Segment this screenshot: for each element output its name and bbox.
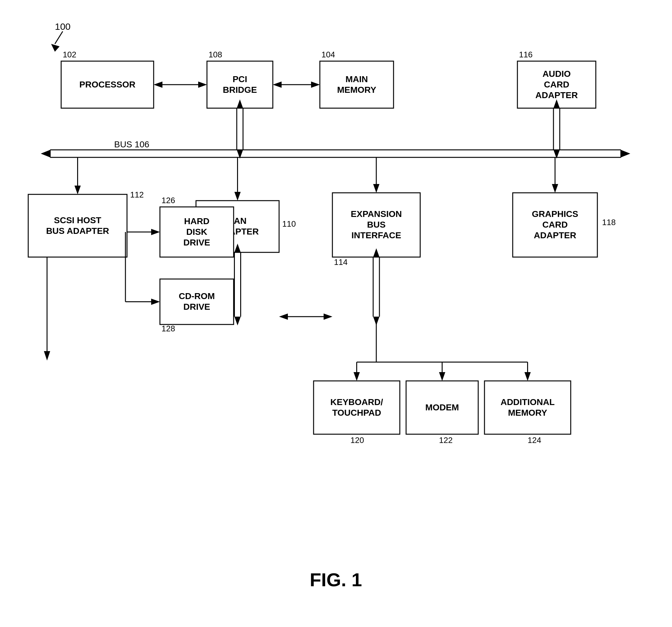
svg-text:BUS 106: BUS 106 <box>114 140 149 149</box>
svg-text:KEYBOARD/: KEYBOARD/ <box>330 397 383 407</box>
svg-marker-21 <box>154 81 163 88</box>
svg-text:100: 100 <box>55 21 71 32</box>
svg-marker-80 <box>151 299 160 305</box>
svg-marker-107 <box>354 372 360 381</box>
svg-marker-77 <box>151 229 160 235</box>
svg-text:ADAPTER: ADAPTER <box>535 90 578 100</box>
svg-text:CD-ROM: CD-ROM <box>179 291 215 301</box>
svg-text:INTERFACE: INTERFACE <box>352 231 401 240</box>
svg-text:MEMORY: MEMORY <box>508 408 547 417</box>
svg-text:TOUCHPAD: TOUCHPAD <box>332 408 381 417</box>
svg-marker-22 <box>198 81 207 88</box>
svg-text:114: 114 <box>334 257 347 267</box>
svg-text:BUS ADAPTER: BUS ADAPTER <box>46 226 109 236</box>
svg-text:104: 104 <box>321 50 335 59</box>
system-diagram: PROCESSOR102PCIBRIDGE108MAINMEMORY104AUD… <box>0 0 672 627</box>
svg-marker-85 <box>323 314 332 320</box>
svg-marker-62 <box>235 192 241 201</box>
svg-marker-109 <box>439 372 445 381</box>
svg-text:AUDIO: AUDIO <box>543 69 571 79</box>
svg-text:122: 122 <box>439 435 453 445</box>
svg-text:112: 112 <box>130 190 144 199</box>
svg-text:120: 120 <box>351 435 364 445</box>
svg-text:128: 128 <box>162 324 175 333</box>
svg-text:116: 116 <box>519 50 532 59</box>
svg-marker-25 <box>311 81 320 88</box>
svg-marker-89 <box>235 317 241 325</box>
svg-text:108: 108 <box>209 50 222 59</box>
svg-text:GRAPHICS: GRAPHICS <box>532 209 578 219</box>
svg-text:HARD: HARD <box>184 216 210 226</box>
svg-marker-30 <box>41 150 50 158</box>
svg-text:CARD: CARD <box>544 80 570 89</box>
svg-text:PCI: PCI <box>233 74 247 84</box>
svg-text:DISK: DISK <box>186 227 207 237</box>
svg-text:ADAPTER: ADAPTER <box>534 231 576 240</box>
svg-text:FIG. 1: FIG. 1 <box>310 569 362 590</box>
svg-marker-31 <box>621 150 630 158</box>
svg-text:BRIDGE: BRIDGE <box>223 85 257 95</box>
svg-marker-116 <box>51 44 59 52</box>
svg-marker-64 <box>373 184 379 193</box>
svg-marker-66 <box>552 184 558 193</box>
svg-text:EXPANSION: EXPANSION <box>351 209 402 219</box>
svg-text:124: 124 <box>528 435 541 445</box>
svg-marker-84 <box>279 314 288 320</box>
svg-marker-24 <box>273 81 282 88</box>
svg-text:DRIVE: DRIVE <box>184 302 210 312</box>
svg-text:126: 126 <box>162 196 175 205</box>
svg-marker-82 <box>44 351 50 361</box>
svg-text:110: 110 <box>282 219 296 228</box>
svg-text:MAIN: MAIN <box>345 74 368 84</box>
svg-text:CARD: CARD <box>543 220 568 230</box>
svg-text:DRIVE: DRIVE <box>184 238 210 247</box>
svg-text:MODEM: MODEM <box>425 403 459 412</box>
svg-text:102: 102 <box>63 50 76 59</box>
svg-line-115 <box>55 31 63 44</box>
svg-marker-111 <box>525 372 531 381</box>
svg-text:118: 118 <box>602 218 616 227</box>
svg-text:BUS: BUS <box>367 220 385 230</box>
svg-text:PROCESSOR: PROCESSOR <box>79 80 136 89</box>
svg-text:ADDITIONAL: ADDITIONAL <box>501 397 555 407</box>
svg-text:SCSI HOST: SCSI HOST <box>54 215 101 225</box>
svg-text:MEMORY: MEMORY <box>337 85 376 95</box>
svg-marker-60 <box>75 186 81 194</box>
